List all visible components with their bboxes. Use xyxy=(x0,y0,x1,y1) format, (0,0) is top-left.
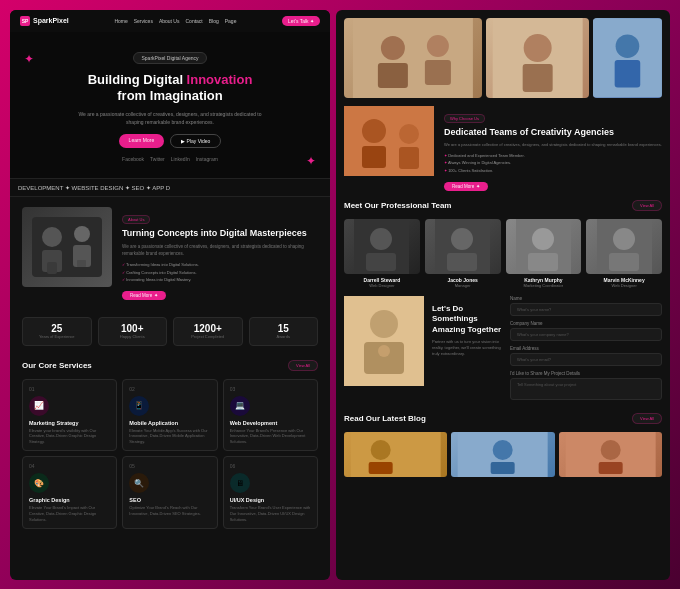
team-view-all-button[interactable]: View All xyxy=(632,200,662,211)
svg-point-21 xyxy=(399,124,419,144)
marketing-icon: 📈 xyxy=(29,396,49,416)
svg-rect-11 xyxy=(425,60,451,85)
social-linkedin[interactable]: LinkedIn xyxy=(171,156,190,162)
about-illustration xyxy=(27,212,107,282)
service-num: 06 xyxy=(230,463,311,469)
stat-clients-number: 100+ xyxy=(107,323,159,334)
svg-rect-17 xyxy=(615,59,641,87)
logo-text: SparkPixel xyxy=(33,17,69,24)
blog-section: Read Our Latest Blog View All xyxy=(344,413,662,477)
about-content: About Us Turning Concepts into Digital M… xyxy=(122,207,318,301)
svg-rect-22 xyxy=(399,147,419,169)
service-desc: Elevate Your Brand's Impact with Our Cre… xyxy=(29,505,110,522)
play-video-button[interactable]: ▶ Play Video xyxy=(170,134,221,148)
about-read-more-button[interactable]: Read More ✦ xyxy=(122,291,166,300)
service-desc: Enhance Your Brand's Presence with Our I… xyxy=(230,428,311,445)
service-name: Marketing Strategy xyxy=(29,420,110,426)
service-name: Mobile Application xyxy=(129,420,210,426)
name-input[interactable]: What's your name? xyxy=(510,303,662,316)
svg-rect-47 xyxy=(598,462,622,474)
nav-contact[interactable]: Contact xyxy=(185,18,202,24)
graphic-icon: 🎨 xyxy=(29,473,49,493)
service-desc: Optimize Your Brand's Reach with Our Inn… xyxy=(129,505,210,516)
project-textarea[interactable]: Tell Something about your project xyxy=(510,378,662,400)
nav-about[interactable]: About Us xyxy=(159,18,180,24)
member-role-darrell: Web Designer xyxy=(344,283,420,288)
stat-projects: 1200+ Project Completed xyxy=(173,317,243,346)
svg-rect-7 xyxy=(353,18,473,98)
services-grid: 01 📈 Marketing Strategy Elevate your bra… xyxy=(22,379,318,530)
blog-photo-1 xyxy=(344,432,447,477)
svg-point-19 xyxy=(362,119,386,143)
social-twitter[interactable]: Twitter xyxy=(150,156,165,162)
team-photo-1 xyxy=(344,18,482,98)
team-member-jacob: Jacob Jones Manager xyxy=(425,219,501,288)
nav-home[interactable]: Home xyxy=(114,18,127,24)
photo-placeholder-3 xyxy=(593,18,662,98)
service-name: UI/UX Design xyxy=(230,497,311,503)
why-content: Why Choose Us Dedicated Teams of Creativ… xyxy=(444,106,662,192)
email-label: Email Address xyxy=(510,346,662,351)
team-title: Meet Our Professional Team xyxy=(344,201,451,210)
contact-partner-text: Partner with us to turn your vision into… xyxy=(432,339,502,357)
svg-rect-9 xyxy=(378,63,408,88)
project-label: I'd Like to Share My Project Details xyxy=(510,371,662,376)
nav-cta-button[interactable]: Let's Talk ✦ xyxy=(282,16,320,26)
about-image xyxy=(22,207,112,287)
team-photo-3 xyxy=(593,18,662,98)
hero-subtitle: We are a passionate collective of creati… xyxy=(70,111,270,126)
seo-icon: 🔍 xyxy=(129,473,149,493)
uiux-icon: 🖥 xyxy=(230,473,250,493)
left-panel: SP SparkPixel Home Services About Us Con… xyxy=(10,10,330,580)
member-role-kathryn: Marketing Coordinator xyxy=(506,283,582,288)
photo-placeholder-1 xyxy=(344,18,482,98)
member-photo-jacob xyxy=(425,219,501,274)
contact-title-block: Let's Do Somethings Amazing Together Par… xyxy=(432,296,502,405)
member-photo-marvin xyxy=(586,219,662,274)
email-input[interactable]: What's your email? xyxy=(510,353,662,366)
logo-icon: SP xyxy=(20,16,30,26)
svg-rect-34 xyxy=(609,253,639,271)
service-card-graphic: 04 🎨 Graphic Design Elevate Your Brand's… xyxy=(22,456,117,529)
company-input[interactable]: What's your company name? xyxy=(510,328,662,341)
service-card-seo: 05 🔍 SEO Optimize Your Brand's Reach wit… xyxy=(122,456,217,529)
service-num: 02 xyxy=(129,386,210,392)
nav-page[interactable]: Page xyxy=(225,18,237,24)
about-list-item: Crafting Concepts into Digital Solutions… xyxy=(122,269,318,276)
nav-blog[interactable]: Blog xyxy=(209,18,219,24)
svg-rect-28 xyxy=(447,253,477,271)
project-field: I'd Like to Share My Project Details Tel… xyxy=(510,371,662,400)
about-badge: About Us xyxy=(122,215,150,224)
blog-view-all-button[interactable]: View All xyxy=(632,413,662,424)
member-photo-darrell xyxy=(344,219,420,274)
svg-point-38 xyxy=(378,345,390,357)
why-read-more-button[interactable]: Read More ✦ xyxy=(444,182,488,191)
services-view-all-button[interactable]: View All xyxy=(288,360,318,371)
hero-section: ✦ ✦ SparkPixel Digital Agency Building D… xyxy=(10,32,330,179)
company-field: Company Name What's your company name? xyxy=(510,321,662,341)
about-list-item: Transforming Ideas into Digital Solution… xyxy=(122,261,318,268)
stat-awards-label: Awards xyxy=(258,334,310,340)
service-name: SEO xyxy=(129,497,210,503)
learn-more-button[interactable]: Learn More xyxy=(119,134,165,148)
service-num: 05 xyxy=(129,463,210,469)
social-facebook[interactable]: Facebook xyxy=(122,156,144,162)
why-badge: Why Choose Us xyxy=(444,114,485,123)
contact-title: Let's Do Somethings Amazing Together xyxy=(432,304,502,335)
right-panel: Why Choose Us Dedicated Teams of Creativ… xyxy=(336,10,670,580)
stat-awards-number: 15 xyxy=(258,323,310,334)
svg-point-36 xyxy=(370,310,398,338)
email-field: Email Address What's your email? xyxy=(510,346,662,366)
svg-point-33 xyxy=(613,228,635,250)
svg-rect-41 xyxy=(369,462,393,474)
svg-rect-14 xyxy=(522,64,552,92)
svg-rect-31 xyxy=(528,253,558,271)
social-instagram[interactable]: Instagram xyxy=(196,156,218,162)
right-content: Why Choose Us Dedicated Teams of Creativ… xyxy=(336,10,670,485)
svg-point-43 xyxy=(493,440,513,460)
svg-rect-6 xyxy=(77,260,86,267)
service-card-marketing: 01 📈 Marketing Strategy Elevate your bra… xyxy=(22,379,117,452)
svg-point-1 xyxy=(42,227,62,247)
nav-services[interactable]: Services xyxy=(134,18,153,24)
blog-title: Read Our Latest Blog xyxy=(344,414,426,423)
